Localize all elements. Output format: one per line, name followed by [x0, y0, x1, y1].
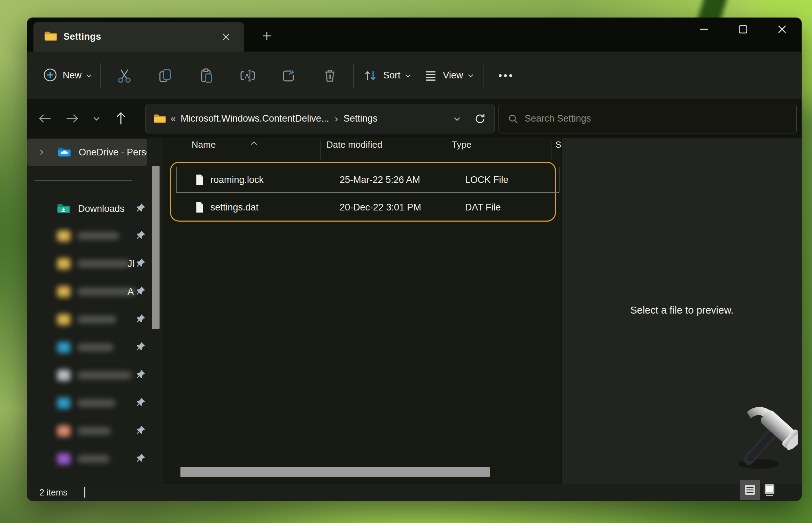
pin-icon[interactable]	[136, 230, 145, 241]
sidebar-item-redacted[interactable]	[27, 306, 163, 333]
chevron-right-icon[interactable]	[38, 148, 45, 156]
file-name: settings.dat	[210, 202, 258, 213]
redacted-label	[77, 455, 109, 463]
paste-button[interactable]	[186, 61, 227, 91]
search-icon	[508, 114, 518, 124]
delete-button[interactable]	[309, 61, 350, 91]
chevron-down-icon	[404, 72, 412, 79]
sort-button[interactable]: Sort	[357, 61, 417, 91]
column-header-type[interactable]: Type	[452, 139, 471, 150]
hammer-image	[728, 405, 798, 477]
status-bar: 2 items	[27, 484, 802, 501]
address-bar[interactable]: « Microsoft.Windows.ContentDelive... › S…	[145, 104, 495, 133]
share-button[interactable]	[268, 61, 309, 91]
sidebar-item-redacted[interactable]	[27, 361, 163, 389]
redacted-folder-icon	[57, 425, 70, 437]
search-input[interactable]	[525, 113, 748, 124]
file-row-roaming-lock[interactable]: roaming.lock 25-Mar-22 5:26 AM LOCK File	[176, 167, 559, 193]
new-button-label: New	[63, 70, 82, 81]
breadcrumb-overflow[interactable]: «	[171, 113, 176, 124]
chevron-down-icon	[467, 72, 474, 79]
chevron-down-icon	[85, 72, 93, 79]
file-icon	[195, 202, 204, 213]
arrow-left-icon	[38, 113, 52, 124]
trash-icon	[322, 68, 338, 84]
view-button[interactable]: View	[417, 61, 480, 91]
sidebar-item-redacted[interactable]	[27, 333, 163, 361]
cut-button[interactable]	[104, 61, 145, 91]
minimize-button[interactable]	[685, 18, 724, 41]
sidebar-item-redacted[interactable]	[27, 417, 163, 445]
sidebar-item-redacted[interactable]	[27, 445, 163, 473]
back-button[interactable]	[31, 105, 59, 132]
view-lines-icon	[423, 68, 438, 83]
close-button[interactable]	[763, 18, 802, 41]
column-divider[interactable]	[446, 141, 446, 160]
forward-button[interactable]	[59, 105, 86, 132]
details-view-toggle[interactable]	[740, 480, 760, 500]
pin-icon[interactable]	[136, 258, 145, 269]
window-controls	[685, 18, 802, 41]
pin-icon[interactable]	[136, 314, 145, 325]
file-icon	[195, 174, 204, 185]
horizontal-scrollbar[interactable]	[180, 467, 490, 477]
sidebar-item-onedrive[interactable]: OneDrive - Perso	[27, 139, 147, 166]
file-date-modified: 25-Mar-22 5:26 AM	[340, 175, 420, 185]
refresh-icon[interactable]	[474, 113, 486, 125]
up-button[interactable]	[107, 105, 134, 132]
sidebar-item-redacted[interactable]: JI	[27, 250, 163, 278]
file-name: roaming.lock	[210, 175, 264, 185]
redacted-label	[77, 399, 116, 407]
pin-icon[interactable]	[136, 342, 145, 353]
redacted-folder-icon	[57, 230, 70, 241]
pin-icon[interactable]	[136, 453, 145, 464]
chevron-down-icon	[92, 114, 101, 123]
breadcrumb-current[interactable]: Settings	[343, 113, 378, 124]
search-box[interactable]	[498, 104, 797, 133]
preview-pane: Select a file to preview.	[562, 138, 802, 484]
share-icon	[281, 68, 297, 84]
redacted-folder-icon	[57, 258, 70, 269]
recent-locations-button[interactable]	[86, 105, 107, 132]
onedrive-folder-icon	[57, 147, 71, 158]
tab-bar: Settings	[27, 18, 802, 52]
folder-icon	[153, 114, 166, 124]
address-dropdown-icon[interactable]	[453, 114, 462, 123]
breadcrumb-parent[interactable]: Microsoft.Windows.ContentDelive...	[180, 113, 329, 124]
more-options-button[interactable]	[486, 61, 525, 91]
file-row-settings-dat[interactable]: settings.dat 20-Dec-22 3:01 PM DAT File	[176, 194, 559, 220]
tab-title: Settings	[63, 31, 101, 42]
copy-button[interactable]	[145, 61, 186, 91]
column-divider[interactable]	[320, 141, 321, 160]
paste-icon	[199, 68, 215, 84]
column-divider[interactable]	[551, 141, 551, 160]
copy-icon	[157, 68, 173, 84]
pin-icon[interactable]	[136, 370, 145, 381]
column-header-size[interactable]: S	[555, 139, 561, 150]
file-date-modified: 20-Dec-22 3:01 PM	[340, 202, 421, 213]
tab-settings[interactable]: Settings	[33, 22, 244, 52]
column-header-name[interactable]: Name	[192, 139, 216, 150]
sidebar-item-redacted[interactable]	[27, 222, 163, 250]
sidebar-scrollbar[interactable]	[152, 166, 160, 329]
rename-button[interactable]: A	[227, 61, 268, 91]
pin-icon[interactable]	[136, 398, 145, 409]
pin-icon[interactable]	[136, 286, 145, 297]
tab-close-icon[interactable]	[218, 29, 234, 45]
sidebar-item-redacted[interactable]: A	[27, 278, 163, 306]
pin-icon[interactable]	[136, 425, 145, 437]
redacted-folder-icon	[57, 453, 70, 464]
status-divider	[84, 487, 85, 498]
redacted-folder-icon	[57, 370, 70, 381]
thumbnail-view-toggle[interactable]	[760, 480, 779, 500]
new-tab-button[interactable]	[258, 27, 276, 45]
maximize-button[interactable]	[724, 18, 763, 41]
sidebar-item-redacted[interactable]	[27, 389, 163, 417]
rename-icon: A	[239, 68, 256, 84]
sidebar-item-downloads[interactable]: Downloads	[27, 195, 163, 223]
pin-icon[interactable]	[136, 203, 145, 214]
new-button[interactable]: New	[38, 61, 98, 91]
scissors-icon	[116, 68, 132, 84]
sidebar-item-label: Downloads	[78, 203, 125, 214]
column-header-date[interactable]: Date modified	[326, 139, 382, 150]
